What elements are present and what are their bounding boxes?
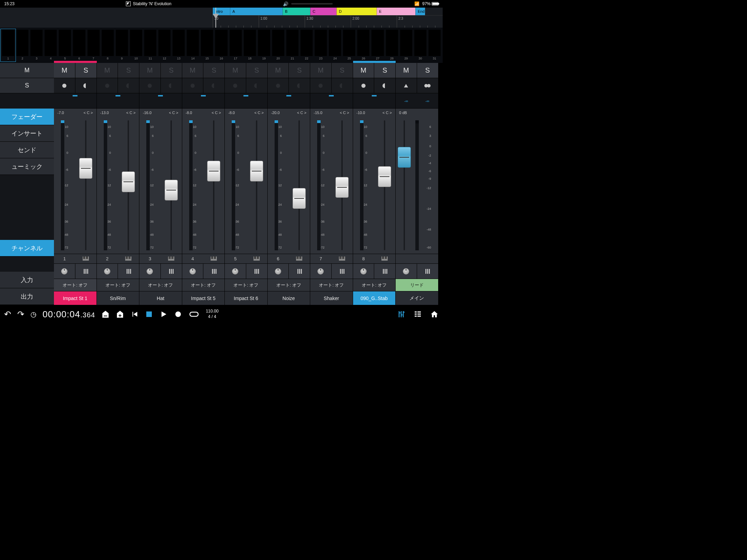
overview-channel[interactable]: 12 <box>158 30 171 61</box>
overview-channel[interactable]: 25 <box>342 30 356 61</box>
overview-channel[interactable]: 26 <box>357 30 370 61</box>
tempo-display[interactable]: 110.00 4 / 4 <box>206 309 219 319</box>
gain-pan-display[interactable]: -15.0< C > <box>310 109 353 117</box>
arrangement-section[interactable]: Intro <box>213 8 230 15</box>
solo-button[interactable]: S <box>203 63 224 78</box>
channel-view-button[interactable] <box>417 264 438 279</box>
instrument-icon[interactable] <box>289 256 310 262</box>
channel-overview[interactable]: 1234567891011121314151617181920212223242… <box>0 28 443 61</box>
fader[interactable] <box>122 171 135 192</box>
gain-pan-display[interactable]: -7.0< C > <box>54 109 96 117</box>
channel-view-button[interactable] <box>332 264 353 279</box>
fader[interactable] <box>207 161 220 181</box>
overview-channel[interactable]: 19 <box>257 30 271 61</box>
master-solo-button[interactable]: S <box>0 78 54 93</box>
instrument-icon[interactable] <box>75 256 96 262</box>
automation-mode[interactable]: オート: オフ <box>310 279 353 291</box>
overview-channel[interactable]: 9 <box>115 30 129 61</box>
record-enable-button[interactable] <box>182 78 204 93</box>
mute-button[interactable]: M <box>396 63 417 78</box>
play-button[interactable] <box>159 310 168 318</box>
time-ruler[interactable]: 301:001:302:002:3 <box>213 15 443 28</box>
channel-name[interactable]: Sn/Rim <box>97 291 139 305</box>
monitor-button[interactable] <box>161 78 182 93</box>
overview-channel[interactable]: 24 <box>328 30 342 61</box>
solo-button[interactable]: S <box>246 63 267 78</box>
arrangement-section[interactable]: B <box>283 8 310 15</box>
channel-name[interactable]: Shaker <box>310 291 353 305</box>
mute-button[interactable]: M <box>353 63 375 78</box>
instrument-icon[interactable] <box>246 256 267 262</box>
instrument-icon[interactable] <box>374 256 395 262</box>
channel-name[interactable]: Impact St 5 <box>182 291 225 305</box>
solo-button[interactable]: S <box>374 63 395 78</box>
overview-channel[interactable]: 23 <box>314 30 328 61</box>
gain-pan-display[interactable]: -16.0< C > <box>139 109 182 117</box>
mute-button[interactable]: M <box>182 63 204 78</box>
pan-knob[interactable] <box>396 264 417 279</box>
master-gain[interactable]: 0 dB <box>397 111 437 115</box>
overview-channel[interactable]: 27 <box>371 30 384 61</box>
redo-button[interactable] <box>17 309 24 319</box>
automation-mode[interactable]: オート: オフ <box>353 279 396 291</box>
overview-channel[interactable]: 4 <box>44 30 57 61</box>
overview-channel[interactable]: 3 <box>30 30 43 61</box>
overview-channel[interactable]: 8 <box>101 30 114 61</box>
arrangement-section[interactable]: A <box>230 8 283 15</box>
pan-knob[interactable] <box>225 264 246 279</box>
gain-pan-display[interactable]: -8.0< C > <box>225 109 267 117</box>
list-view-button[interactable] <box>414 310 422 318</box>
overview-channel[interactable]: 16 <box>214 30 228 61</box>
mute-button[interactable]: M <box>97 63 118 78</box>
solo-button[interactable]: S <box>118 63 139 78</box>
monitor-button[interactable] <box>332 78 353 93</box>
overview-channel[interactable]: 29 <box>399 30 413 61</box>
monitor-button[interactable] <box>289 78 310 93</box>
arrangement-section[interactable]: D <box>336 8 377 15</box>
automation-mode[interactable]: リード <box>396 279 438 291</box>
record-enable-button[interactable] <box>139 78 161 93</box>
instrument-icon[interactable] <box>160 256 182 262</box>
rewind-button[interactable] <box>130 310 139 318</box>
instrument-icon[interactable] <box>203 256 224 262</box>
channel-view-button[interactable] <box>203 264 224 279</box>
monitor-button[interactable] <box>203 78 224 93</box>
solo-button[interactable]: S <box>417 63 438 78</box>
master-fader[interactable] <box>398 147 411 168</box>
solo-button[interactable]: S <box>289 63 310 78</box>
solo-button[interactable]: S <box>161 63 182 78</box>
timeline[interactable]: IntroABCDEEnd 301:001:302:002:3 <box>0 8 443 28</box>
overview-channel[interactable]: 14 <box>186 30 200 61</box>
instrument-icon[interactable] <box>118 256 139 262</box>
automation-mode[interactable]: オート: オフ <box>225 279 267 291</box>
fader[interactable] <box>250 161 263 181</box>
arrangement-section[interactable]: C <box>310 8 336 15</box>
automation-mode[interactable]: オート: オフ <box>139 279 182 291</box>
channel-name[interactable]: Impact St 6 <box>225 291 267 305</box>
undo-button[interactable] <box>4 309 11 319</box>
record-button[interactable] <box>174 310 182 318</box>
mute-button[interactable]: M <box>310 63 332 78</box>
automation-mode[interactable]: オート: オフ <box>268 279 310 291</box>
fader[interactable] <box>378 166 391 187</box>
channel-view-button[interactable] <box>246 264 267 279</box>
add-marker-button[interactable] <box>116 310 124 318</box>
gain-pan-display[interactable]: -20.0< C > <box>268 109 310 117</box>
channel-name[interactable]: 090_G..Stab <box>353 291 396 305</box>
overview-channel[interactable]: 28 <box>385 30 399 61</box>
tab-insert[interactable]: インサート <box>0 125 54 142</box>
tab-send[interactable]: センド <box>0 142 54 158</box>
overview-channel[interactable]: 18 <box>243 30 257 61</box>
tab-channel[interactable]: チャンネル <box>0 240 54 256</box>
overview-channel[interactable]: 20 <box>271 30 285 61</box>
mute-button[interactable]: M <box>268 63 289 78</box>
automation-mode[interactable]: オート: オフ <box>54 279 96 291</box>
pan-knob[interactable] <box>54 264 75 279</box>
pan-knob[interactable] <box>310 264 332 279</box>
channel-view-button[interactable] <box>289 264 310 279</box>
history-button[interactable] <box>30 310 36 318</box>
monitor-button[interactable] <box>374 78 395 93</box>
channel-view-button[interactable] <box>118 264 139 279</box>
tab-cuemix[interactable]: ューミック <box>0 158 54 175</box>
channel-view-button[interactable] <box>75 264 96 279</box>
